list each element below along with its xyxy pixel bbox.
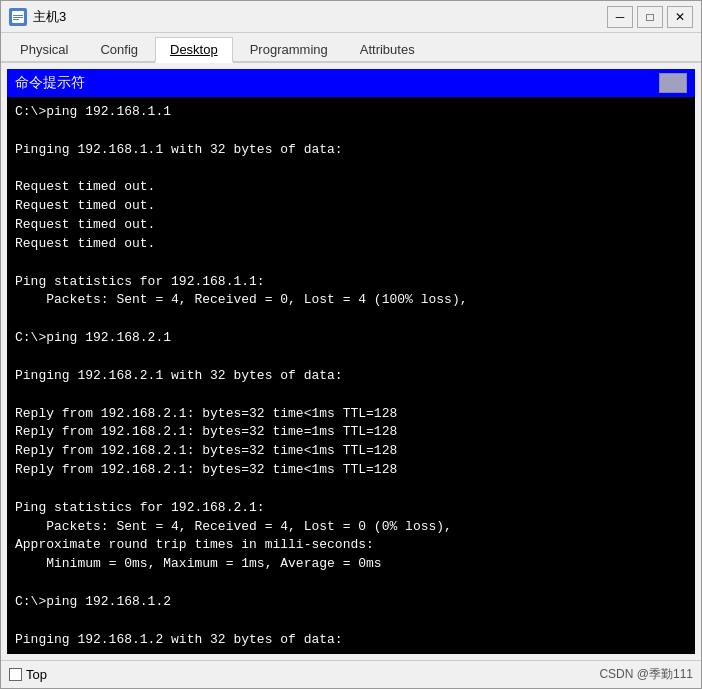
svg-rect-3: [13, 19, 19, 20]
tab-attributes[interactable]: Attributes: [345, 37, 430, 61]
tab-config[interactable]: Config: [85, 37, 153, 61]
bottom-bar: Top CSDN @季勤111: [1, 660, 701, 688]
cmd-header-icon: [659, 73, 687, 93]
content-area: 命令提示符 C:\>ping 192.168.1.1 Pinging 192.1…: [1, 63, 701, 660]
title-bar-left: 主机3: [9, 8, 66, 26]
main-window: 主机3 ─ □ ✕ Physical Config Desktop Progra…: [0, 0, 702, 689]
window-title: 主机3: [33, 8, 66, 26]
cmd-title: 命令提示符: [15, 74, 85, 92]
maximize-button[interactable]: □: [637, 6, 663, 28]
watermark: CSDN @季勤111: [599, 666, 693, 683]
bottom-left: Top: [9, 667, 47, 682]
cmd-header: 命令提示符: [7, 69, 695, 97]
top-label: Top: [26, 667, 47, 682]
svg-rect-1: [13, 15, 23, 16]
app-icon: [9, 8, 27, 26]
close-button[interactable]: ✕: [667, 6, 693, 28]
svg-rect-2: [13, 17, 23, 18]
terminal-output[interactable]: C:\>ping 192.168.1.1 Pinging 192.168.1.1…: [7, 97, 695, 654]
top-checkbox[interactable]: [9, 668, 22, 681]
minimize-button[interactable]: ─: [607, 6, 633, 28]
title-bar: 主机3 ─ □ ✕: [1, 1, 701, 33]
tab-programming[interactable]: Programming: [235, 37, 343, 61]
tab-desktop[interactable]: Desktop: [155, 37, 233, 63]
window-controls: ─ □ ✕: [607, 6, 693, 28]
tab-bar: Physical Config Desktop Programming Attr…: [1, 33, 701, 63]
tab-physical[interactable]: Physical: [5, 37, 83, 61]
